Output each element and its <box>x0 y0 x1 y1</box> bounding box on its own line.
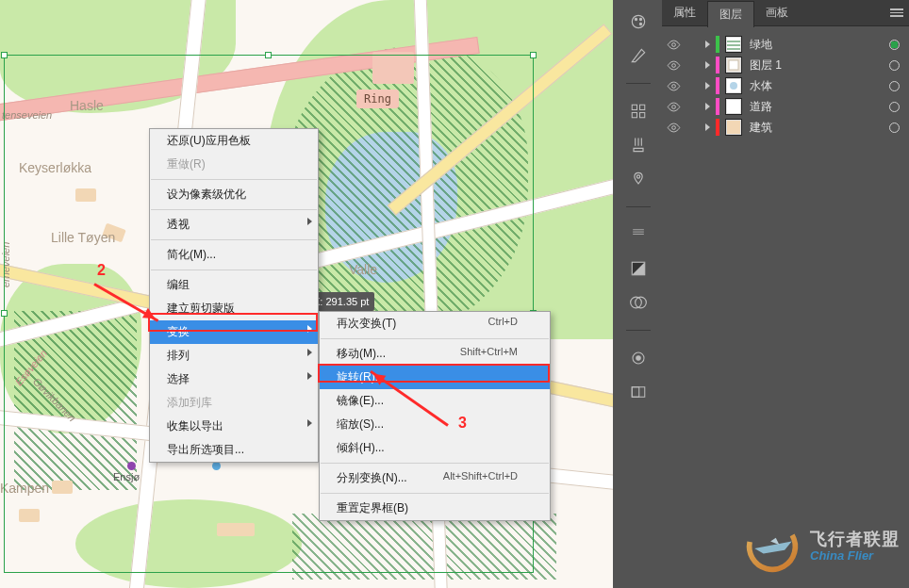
swatches-icon[interactable] <box>628 101 649 122</box>
svg-point-20 <box>671 42 675 46</box>
layer-target-icon[interactable] <box>889 40 900 50</box>
layer-color <box>716 98 719 115</box>
layer-target-icon[interactable] <box>889 60 900 71</box>
tab-layers[interactable]: 图层 <box>707 1 754 27</box>
menu-arrange[interactable]: 排列 <box>150 344 318 368</box>
svg-point-8 <box>636 175 639 178</box>
menu-pixel-optimize[interactable]: 设为像素级优化 <box>150 183 318 206</box>
visibility-icon[interactable] <box>666 120 681 135</box>
svg-point-14 <box>631 297 642 308</box>
svg-rect-18 <box>632 387 645 398</box>
layer-row[interactable]: 建筑 <box>662 117 909 138</box>
layer-name: 建筑 <box>750 120 772 136</box>
watermark: 飞行者联盟 China Flier <box>744 518 900 575</box>
appearance-icon[interactable] <box>628 348 649 368</box>
menu-redo: 重做(R) <box>150 153 318 176</box>
menu-shortcut: Ctrl+D <box>488 316 518 327</box>
layer-name: 水体 <box>750 78 772 94</box>
layer-target-icon[interactable] <box>889 102 900 112</box>
brushes-icon[interactable] <box>628 135 649 155</box>
coord-x-value: 291.35 pt <box>325 296 369 307</box>
menu-label: 变换 <box>167 325 190 338</box>
expand-icon[interactable] <box>705 41 710 48</box>
svg-rect-31 <box>727 121 740 134</box>
expand-icon[interactable] <box>705 61 710 69</box>
svg-point-2 <box>639 18 641 20</box>
svg-point-17 <box>636 356 641 361</box>
menu-transform-again[interactable]: 再次变换(T)Ctrl+D <box>320 312 550 335</box>
tab-properties[interactable]: 属性 <box>662 0 707 25</box>
layer-row[interactable]: 绿地 <box>662 34 909 55</box>
layer-target-icon[interactable] <box>889 122 900 133</box>
selection-handle[interactable] <box>1 52 8 58</box>
svg-rect-24 <box>729 60 738 70</box>
panel-menu-icon[interactable] <box>890 8 903 17</box>
transparency-icon[interactable] <box>628 292 649 313</box>
menu-collect-export[interactable]: 收集以导出 <box>150 415 318 438</box>
layer-color <box>716 57 719 74</box>
menu-clipping-mask[interactable]: 建立剪切蒙版 <box>150 297 318 320</box>
chevron-right-icon <box>307 349 312 356</box>
menu-label: 收集以导出 <box>167 419 223 433</box>
svg-point-22 <box>671 63 675 67</box>
layer-color <box>716 119 719 136</box>
menu-perspective[interactable]: 透视 <box>150 213 318 237</box>
brush-icon[interactable] <box>628 45 649 66</box>
menu-move[interactable]: 移动(M)...Shift+Ctrl+M <box>320 342 550 366</box>
symbols-icon[interactable] <box>628 169 649 189</box>
annotation-number-2: 2 <box>97 262 106 279</box>
menu-transform-each[interactable]: 分别变换(N)...Alt+Shift+Ctrl+D <box>320 466 550 490</box>
visibility-icon[interactable] <box>666 99 681 114</box>
menu-mirror[interactable]: 镜像(E)... <box>320 389 550 413</box>
color-palette-icon[interactable] <box>628 11 649 32</box>
visibility-icon[interactable] <box>666 78 681 93</box>
visibility-icon[interactable] <box>666 37 681 52</box>
menu-rotate[interactable]: 旋转(R)... <box>320 366 550 389</box>
svg-rect-19 <box>632 387 639 398</box>
chevron-right-icon <box>307 325 312 333</box>
selection-handle[interactable] <box>530 52 537 58</box>
expand-icon[interactable] <box>705 123 710 131</box>
menu-add-to-library: 添加到库 <box>150 391 318 415</box>
gradient-icon[interactable] <box>628 258 649 279</box>
menu-label: 分别变换(N)... <box>337 471 407 484</box>
watermark-logo-icon <box>744 518 801 575</box>
svg-rect-29 <box>727 100 740 113</box>
menu-export-selected[interactable]: 导出所选项目... <box>150 438 318 462</box>
stroke-icon[interactable] <box>628 224 649 245</box>
watermark-cn: 飞行者联盟 <box>810 530 900 549</box>
graphic-styles-icon[interactable] <box>628 382 649 402</box>
menu-label: 排列 <box>167 349 190 362</box>
selection-handle[interactable] <box>1 310 8 317</box>
selection-handle[interactable] <box>265 52 272 58</box>
layer-row[interactable]: 道路 <box>662 96 909 117</box>
menu-transform[interactable]: 变换 <box>150 320 318 344</box>
expand-icon[interactable] <box>705 82 710 90</box>
context-menu[interactable]: 还原(U)应用色板 重做(R) 设为像素级优化 透视 简化(M)... 编组 建… <box>149 128 319 463</box>
menu-group[interactable]: 编组 <box>150 273 318 297</box>
layer-row[interactable]: 图层 1 <box>662 55 909 75</box>
layers-panel: 属性 图层 画板 绿地图层 1水体道路建筑 <box>662 0 909 588</box>
menu-separator <box>151 209 317 210</box>
expand-icon[interactable] <box>705 103 710 110</box>
menu-shortcut: Alt+Shift+Ctrl+D <box>443 470 518 482</box>
menu-undo[interactable]: 还原(U)应用色板 <box>150 129 318 153</box>
svg-point-3 <box>639 23 641 24</box>
visibility-icon[interactable] <box>666 57 681 73</box>
svg-rect-5 <box>640 105 645 109</box>
chevron-right-icon <box>307 372 312 380</box>
menu-select[interactable]: 选择 <box>150 368 318 391</box>
menu-simplify[interactable]: 简化(M)... <box>150 243 318 267</box>
layer-row[interactable]: 水体 <box>662 75 909 96</box>
layer-name: 图层 1 <box>750 57 782 74</box>
layer-thumbnail <box>725 98 742 115</box>
menu-shear[interactable]: 倾斜(H)... <box>320 436 550 460</box>
layer-target-icon[interactable] <box>889 81 900 91</box>
svg-point-15 <box>636 297 647 308</box>
watermark-en: China Flier <box>810 549 900 564</box>
menu-separator <box>321 493 549 494</box>
menu-separator <box>321 338 549 339</box>
menu-reset-bbox[interactable]: 重置定界框(B) <box>320 497 550 520</box>
tab-artboards[interactable]: 画板 <box>754 0 800 25</box>
layers-list: 绿地图层 1水体道路建筑 <box>662 26 909 138</box>
